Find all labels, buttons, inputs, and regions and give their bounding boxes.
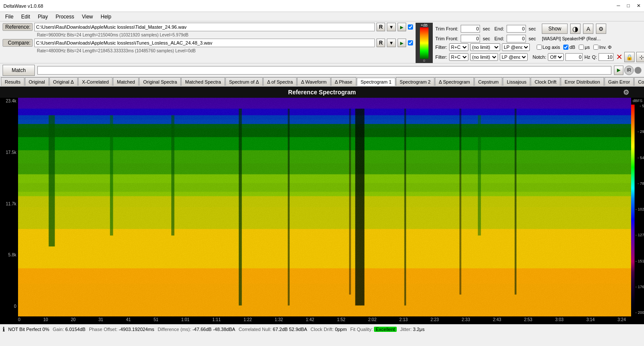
tab-delta-waveform[interactable]: Δ Waveform — [297, 77, 331, 86]
us-checkbox-label[interactable]: μs — [579, 45, 590, 50]
text-icon-button[interactable]: A — [583, 24, 593, 34]
x-1: 10 — [43, 317, 48, 323]
notch-clear-button[interactable]: ✕ — [616, 52, 623, 62]
reference-play-button[interactable]: ▶ — [398, 23, 406, 31]
menu-bar: File Edit Play Process View Help — [0, 12, 644, 21]
x-15: 2:33 — [462, 317, 470, 323]
menu-file[interactable]: File — [2, 13, 17, 21]
trim-front-input[interactable] — [461, 25, 480, 33]
tab-cepstrum[interactable]: Cepstrum — [474, 77, 503, 86]
trim-end2-label: End: — [495, 36, 504, 41]
trim-front2-input[interactable] — [461, 35, 480, 42]
tab-x-correlated[interactable]: X-Correlated — [78, 77, 112, 86]
jitter-value: 3.2μs — [413, 327, 425, 332]
log-axis-checkbox[interactable] — [537, 45, 542, 50]
x-20: 3:24 — [617, 317, 626, 323]
compare-path-input[interactable] — [34, 39, 375, 47]
menu-process[interactable]: Process — [52, 13, 77, 21]
minimize-button[interactable]: ─ — [617, 3, 620, 9]
tab-spectrogram2[interactable]: Spectrogram 2 — [396, 77, 434, 86]
gain-label: Gain: — [53, 327, 64, 332]
window-controls[interactable]: ─ □ ✕ — [617, 3, 641, 9]
log-axis-checkbox-label[interactable]: Log axis — [537, 45, 560, 50]
show-button[interactable]: Show — [542, 24, 568, 34]
brightness-icon-button[interactable]: ◑ — [570, 24, 580, 34]
filter2-limit-select[interactable]: (no limit) — [470, 53, 498, 61]
filter1-select[interactable]: R+C — [449, 43, 468, 51]
inv-phi-label: Inv. Φ — [599, 45, 612, 50]
crosshair-icon-button[interactable]: ⊹ — [636, 52, 644, 62]
notch-label: Notch: — [533, 54, 547, 60]
lock-icon-button[interactable]: 🔒 — [624, 52, 635, 62]
app-title: DeltaWave v1.0.68 — [3, 3, 43, 9]
inv-phi-checkbox-label[interactable]: Inv. Φ — [593, 45, 612, 50]
filter1-lp-select[interactable]: LP @end — [502, 43, 530, 51]
x-4: 41 — [126, 317, 131, 323]
dbfs-label: dBFS — [633, 99, 643, 103]
inv-phi-checkbox[interactable] — [593, 45, 598, 50]
x-13: 2:13 — [399, 317, 407, 323]
filter-row1: Filter: R+C (no limit) LP @end Log axis … — [435, 43, 641, 51]
tab-original[interactable]: Original — [25, 77, 49, 86]
db-checkbox[interactable] — [563, 45, 568, 50]
settings-chart-icon[interactable]: ⚙ — [623, 88, 629, 96]
close-button[interactable]: ✕ — [637, 3, 641, 9]
notch-select[interactable]: Off — [548, 53, 564, 61]
tab-corr-null[interactable]: Corr Null — [634, 77, 644, 86]
trim-end2-input[interactable] — [507, 35, 526, 42]
x-14: 2:23 — [431, 317, 439, 323]
tab-delta-phase[interactable]: Δ Phase — [331, 77, 356, 86]
db-label-text: dB — [569, 45, 575, 50]
db-checkbox-label[interactable]: dB — [563, 45, 575, 50]
bit-perfect-value: NOT Bit Perfect — [8, 327, 41, 332]
notch-q-input[interactable] — [598, 53, 614, 61]
compare-play-button[interactable]: ▶ — [398, 39, 406, 47]
filter2-lp-select[interactable]: LP @end — [500, 53, 528, 61]
tab-spectrogram1[interactable]: Spectrogram 1 — [357, 78, 395, 86]
reference-checkbox[interactable] — [408, 24, 413, 30]
menu-help[interactable]: Help — [97, 13, 115, 21]
corr-null-value2: 52.9dBA — [289, 327, 307, 332]
tab-error-dist[interactable]: Error Distribution — [561, 77, 604, 86]
menu-edit[interactable]: Edit — [18, 13, 33, 21]
ir-button[interactable]: IR — [624, 66, 634, 75]
chart-area: Reference Spectrogram ⚙ 23.4k 17.5k 11.7… — [0, 87, 644, 324]
match-button[interactable]: Match — [3, 65, 35, 76]
reference-r-button[interactable]: R — [377, 23, 385, 31]
tab-lissajous[interactable]: Lissajous — [503, 77, 530, 86]
reference-path-input[interactable] — [34, 23, 375, 31]
bottom-icon-buttons: 🔒 ⊹ Reset Axis ↺ — [624, 52, 644, 62]
clock-drift-label: Clock Drift: — [310, 327, 334, 332]
menu-play[interactable]: Play — [34, 13, 51, 21]
compare-arrow-button[interactable]: ▼ — [387, 39, 396, 47]
file-controls-area: Reference: R ▼ ▶ Rate=96000Hz Bits=24 Le… — [0, 21, 644, 63]
compare-r-button[interactable]: R — [377, 39, 385, 47]
us-checkbox[interactable] — [579, 45, 584, 50]
tab-results[interactable]: Results — [1, 77, 24, 86]
compare-checkbox[interactable] — [408, 40, 413, 45]
tab-matched-spectra[interactable]: Matched Spectra — [181, 77, 225, 86]
tab-matched[interactable]: Matched — [113, 77, 139, 86]
settings-icon-button[interactable]: ⚙ — [596, 24, 606, 34]
cval-5: - 127 — [635, 233, 644, 237]
reference-arrow-button[interactable]: ▼ — [387, 23, 396, 31]
maximize-button[interactable]: □ — [627, 3, 630, 9]
tab-original-delta[interactable]: Original Δ — [49, 77, 78, 86]
tab-delta-spectra[interactable]: Δ of Spectra — [263, 77, 297, 86]
trim-front2-unit: sec — [483, 36, 490, 41]
menu-view[interactable]: View — [79, 13, 97, 21]
diff-value: -47.66dB — [192, 327, 212, 332]
trim-front-label: Trim Front: — [435, 26, 458, 31]
tab-spectrum-delta[interactable]: Spectrum of Δ — [225, 77, 263, 86]
tab-gain-error[interactable]: Gain Error — [605, 77, 634, 86]
filter1-limit-select[interactable]: (no limit) — [470, 43, 500, 51]
match-play-button[interactable]: ▶ — [614, 66, 623, 75]
notch-hz-input[interactable] — [565, 53, 583, 61]
right-controls: Trim Front: sec End: sec Show ◑ A ⚙ Trim… — [435, 23, 641, 63]
filter2-select[interactable]: R+C — [449, 53, 468, 61]
cval-1: - 29 — [635, 129, 644, 134]
tab-clock-drift[interactable]: Clock Drift — [531, 77, 560, 86]
tab-original-spectra[interactable]: Original Spectra — [139, 77, 181, 86]
tab-delta-spectrogram[interactable]: Δ Spectrogram — [435, 77, 474, 86]
trim-end-input[interactable] — [507, 25, 526, 33]
